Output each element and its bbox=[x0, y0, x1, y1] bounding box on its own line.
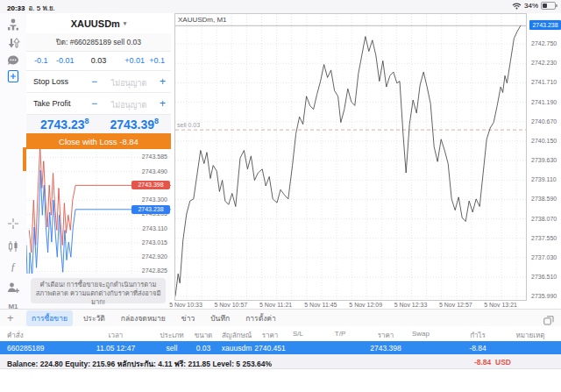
price-tick-label: 2737.550 bbox=[531, 235, 557, 241]
quotes-icon[interactable] bbox=[6, 18, 20, 32]
stop-loss-plus-button[interactable]: + bbox=[160, 75, 166, 88]
position-info: ปิด: #660285189 sell 0.03 bbox=[26, 33, 171, 52]
volume-inc-big-button[interactable]: +0.1 bbox=[149, 56, 165, 65]
main-chart[interactable]: XAUUSDm, M1 sell 0.03 2742.7502742.23027… bbox=[171, 13, 561, 311]
status-time: 20:33 bbox=[7, 4, 25, 12]
volume-dec-big-button[interactable]: -0.1 bbox=[34, 56, 48, 65]
warning-area: คำเตือน! การซื้อขายจะถูกดำเนินการตามสภาพ… bbox=[26, 274, 172, 309]
price-axis: 2742.7502742.2302741.7102741.1902740.670… bbox=[529, 13, 561, 303]
row-cell: 2740.451 bbox=[254, 344, 285, 353]
tick-price-label: 2743.110 bbox=[142, 225, 167, 232]
ask-price-badge: 2743.398 bbox=[131, 181, 170, 189]
row-cell: -8.84 bbox=[469, 344, 486, 353]
time-tick-label: 5 Nov 11:21 bbox=[259, 302, 292, 308]
column-header: ประเภท bbox=[160, 330, 184, 341]
trade-arrows-icon[interactable] bbox=[6, 36, 20, 50]
volume-dec-small-button[interactable]: -0.01 bbox=[56, 56, 75, 65]
bottom-spacer bbox=[0, 369, 561, 392]
time-tick-label: 5 Nov 12:33 bbox=[394, 302, 428, 308]
chevron-down-icon: ▾ bbox=[124, 20, 127, 27]
column-header: เวลา bbox=[109, 330, 124, 341]
ask-price-button[interactable]: 2743.398 bbox=[110, 117, 159, 132]
column-header: หมายเหตุ bbox=[516, 330, 545, 341]
close-position-button[interactable]: Close with Loss -8.84 bbox=[26, 133, 171, 149]
status-bar: 20:33อ. 5 พ.ย. 34% bbox=[0, 0, 561, 13]
battery-icon bbox=[541, 2, 556, 10]
tab-active[interactable]: การซื้อขาย bbox=[26, 310, 73, 326]
indicators-icon[interactable]: ƒ bbox=[6, 260, 20, 274]
tick-chart[interactable]: 2743.5852743.4902743.3002743.2052743.110… bbox=[26, 149, 172, 274]
price-tick-label: 2740.150 bbox=[531, 138, 557, 144]
positions-table-header: คำสั่งเวลาประเภทขนาดสัญลักษณ์ราคาS/LT/Pร… bbox=[0, 326, 561, 341]
tab-item[interactable]: ข่าว bbox=[176, 310, 200, 326]
price-tick-label: 2738.590 bbox=[531, 196, 557, 202]
price-tick-label: 2739.110 bbox=[531, 176, 557, 182]
wifi-icon bbox=[512, 3, 522, 10]
add-tab-icon[interactable]: + bbox=[7, 312, 14, 324]
time-tick-label: 5 Nov 10:57 bbox=[214, 302, 247, 308]
price-tick-label: 2741.710 bbox=[531, 79, 557, 85]
row-cell: 11.05 12:47 bbox=[96, 344, 135, 353]
tab-item[interactable]: การตั้งค่า bbox=[240, 310, 281, 326]
column-header: ขนาด bbox=[195, 330, 213, 341]
execution-warning: คำเตือน! การซื้อขายจะถูกดำเนินการตามสภาพ… bbox=[31, 278, 166, 303]
price-tick-label: 2736.510 bbox=[531, 274, 557, 280]
floating-profit: -8.84 USD bbox=[474, 358, 511, 367]
column-header: Swap bbox=[412, 330, 430, 338]
bottom-tab-bar: + การซื้อขายประวัติกล่องจดหมายข่าวบันทึก… bbox=[0, 309, 561, 327]
price-tick-label: 2737.030 bbox=[531, 254, 557, 260]
current-price-badge: 2743.238 bbox=[529, 20, 561, 30]
time-tick-label: 5 Nov 13:21 bbox=[484, 302, 517, 308]
time-tick-label: 5 Nov 11:45 bbox=[304, 302, 337, 308]
stop-loss-minus-button[interactable]: − bbox=[91, 75, 97, 88]
stop-loss-field[interactable]: ไม่อนุญาต bbox=[102, 77, 156, 89]
position-row[interactable]: 66028518911.05 12:47sell0.03xauusdm2740.… bbox=[0, 341, 561, 354]
status-date: อ. 5 พ.ย. bbox=[28, 4, 54, 12]
price-tick-label: 2742.230 bbox=[531, 60, 557, 66]
chat-icon[interactable] bbox=[6, 53, 20, 68]
take-profit-row: Take Profit − ไม่อนุญาต + bbox=[26, 92, 171, 115]
price-tick-label: 2738.070 bbox=[531, 216, 557, 222]
bid-price-button[interactable]: 2743.238 bbox=[40, 117, 89, 132]
tab-item[interactable]: ประวัติ bbox=[78, 310, 110, 326]
tick-price-label: 2743.490 bbox=[142, 168, 167, 175]
chart-symbol-label: XAUUSDm, M1 bbox=[178, 16, 227, 24]
take-profit-minus-button[interactable]: − bbox=[91, 97, 97, 110]
detach-window-icon[interactable] bbox=[543, 313, 554, 323]
take-profit-label: Take Profit bbox=[33, 99, 71, 108]
time-tick-label: 5 Nov 12:57 bbox=[439, 302, 472, 308]
column-header: สัญลักษณ์ bbox=[222, 330, 252, 341]
tick-price-label: 2743.585 bbox=[142, 153, 167, 160]
crosshair-icon[interactable] bbox=[6, 217, 20, 231]
column-header: ราคา bbox=[262, 330, 279, 341]
volume-inc-small-button[interactable]: +0.01 bbox=[124, 56, 145, 65]
time-tick-label: 5 Nov 12:09 bbox=[349, 302, 382, 308]
order-panel: XAUUSDm ▾ ปิด: #660285189 sell 0.03 -0.1… bbox=[26, 13, 172, 149]
row-cell: 2743.398 bbox=[370, 344, 401, 353]
tick-price-label: 2743.015 bbox=[142, 239, 167, 246]
price-tick-label: 2741.190 bbox=[531, 99, 557, 105]
column-header: กำไร bbox=[470, 330, 486, 341]
tick-price-label: 2742.920 bbox=[142, 253, 167, 260]
tab-item[interactable]: กล่องจดหมาย bbox=[116, 310, 171, 326]
open-position-label: sell 0.03 bbox=[177, 122, 200, 128]
candles-icon[interactable] bbox=[6, 239, 20, 253]
take-profit-plus-button[interactable]: + bbox=[160, 97, 166, 110]
row-cell: 0.03 bbox=[196, 344, 211, 353]
take-profit-field[interactable]: ไม่อนุญาต bbox=[102, 99, 156, 111]
symbol-selector[interactable]: XAUUSDm ▾ bbox=[26, 13, 171, 34]
new-order-icon[interactable] bbox=[6, 69, 20, 83]
volume-stepper: -0.1 -0.01 0.03 +0.01 +0.1 bbox=[26, 51, 171, 71]
column-header: คำสั่ง bbox=[7, 330, 24, 341]
account-summary: Balance: 224.80 Equity: 215.96 หลักประกั… bbox=[7, 358, 272, 370]
price-tick-label: 2742.750 bbox=[531, 40, 557, 46]
volume-value[interactable]: 0.03 bbox=[91, 56, 107, 65]
stop-loss-row: Stop Loss − ไม่อนุญาต + bbox=[26, 70, 171, 93]
price-tick-label: 2735.990 bbox=[531, 293, 557, 299]
column-header: T/P bbox=[335, 330, 345, 338]
time-tick-label: 5 Nov 10:33 bbox=[169, 302, 202, 308]
tab-item[interactable]: บันทึก bbox=[205, 310, 235, 326]
objects-icon[interactable] bbox=[6, 281, 20, 295]
tab-list: การซื้อขายประวัติกล่องจดหมายข่าวบันทึกกา… bbox=[26, 311, 281, 325]
column-header: ราคา bbox=[378, 330, 394, 341]
